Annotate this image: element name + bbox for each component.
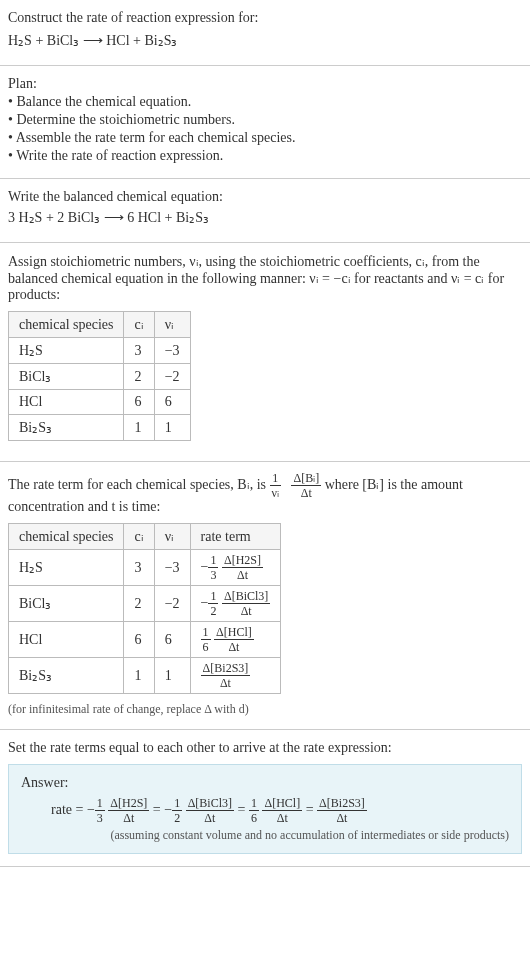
table-row: BiCl₃2−2 (9, 364, 191, 390)
cell-species: Bi₂S₃ (9, 658, 124, 694)
answer-note: (assuming constant volume and no accumul… (21, 828, 509, 843)
cell-vi: 6 (154, 622, 190, 658)
frac-num: 1 (270, 472, 281, 486)
table-row: HCl 6 6 16 Δ[HCl]Δt (9, 622, 281, 658)
cell-species: Bi₂S₃ (9, 415, 124, 441)
frac-den: Δt (108, 811, 149, 824)
table-header-row: chemical species cᵢ νᵢ (9, 312, 191, 338)
stoich-section: Assign stoichiometric numbers, νᵢ, using… (0, 243, 530, 462)
col-rate: rate term (190, 524, 281, 550)
frac-num: 1 (249, 797, 259, 811)
cell-vi: −3 (154, 338, 190, 364)
term-prefix: − (87, 802, 95, 817)
table-row: Bi₂S₃ 1 1 Δ[Bi2S3]Δt (9, 658, 281, 694)
frac-num: 1 (208, 554, 218, 568)
rateterm-footnote: (for infinitesimal rate of change, repla… (8, 702, 522, 717)
col-species: chemical species (9, 312, 124, 338)
intro-pre: The rate term for each chemical species,… (8, 477, 270, 492)
col-species: chemical species (9, 524, 124, 550)
frac-num: Δ[HCl] (214, 626, 254, 640)
stoich-table: chemical species cᵢ νᵢ H₂S3−3 BiCl₃2−2 H… (8, 311, 191, 441)
term-sep: = (302, 802, 317, 817)
frac-den: 2 (208, 604, 218, 617)
cell-species: HCl (9, 622, 124, 658)
cell-ci: 2 (124, 364, 154, 390)
frac-num: Δ[HCl] (262, 797, 302, 811)
rate-frac: Δ[Bi2S3]Δt (201, 662, 251, 689)
frac-num: 1 (172, 797, 182, 811)
plan-item: • Write the rate of reaction expression. (8, 148, 522, 164)
frac-den: νᵢ (270, 486, 281, 499)
term-frac: Δ[H2S]Δt (108, 797, 149, 824)
plan-title: Plan: (8, 76, 522, 92)
term-coef: 16 (249, 797, 259, 824)
cell-vi: 1 (154, 415, 190, 441)
frac-num: Δ[BiCl3] (222, 590, 270, 604)
cell-ci: 3 (124, 550, 154, 586)
stoich-intro: Assign stoichiometric numbers, νᵢ, using… (8, 253, 522, 303)
final-section: Set the rate terms equal to each other t… (0, 730, 530, 867)
answer-box: Answer: rate = −13 Δ[H2S]Δt = −12 Δ[BiCl… (8, 764, 522, 854)
rate-coef: 12 (208, 590, 218, 617)
rate-coef: 16 (201, 626, 211, 653)
frac-num: 1 (95, 797, 105, 811)
term-frac: Δ[HCl]Δt (262, 797, 302, 824)
cell-rate: −12 Δ[BiCl3]Δt (190, 586, 281, 622)
cell-ci: 2 (124, 586, 154, 622)
rate-prefix: − (201, 595, 209, 610)
question-section: Construct the rate of reaction expressio… (0, 0, 530, 66)
col-ci: cᵢ (124, 524, 154, 550)
rate-prefix: − (201, 559, 209, 574)
frac-den: 2 (172, 811, 182, 824)
col-vi: νᵢ (154, 312, 190, 338)
term-coef: 12 (172, 797, 182, 824)
term-sep: = (149, 802, 164, 817)
table-header-row: chemical species cᵢ νᵢ rate term (9, 524, 281, 550)
cell-species: BiCl₃ (9, 364, 124, 390)
cell-vi: 1 (154, 658, 190, 694)
cell-rate: −13 Δ[H2S]Δt (190, 550, 281, 586)
rate-coef: 13 (208, 554, 218, 581)
frac-den: 6 (249, 811, 259, 824)
frac-dBi-dt: Δ[Bᵢ]Δt (291, 472, 321, 499)
frac-den: Δt (201, 676, 251, 689)
cell-rate: Δ[Bi2S3]Δt (190, 658, 281, 694)
rate-frac: Δ[HCl]Δt (214, 626, 254, 653)
balanced-title: Write the balanced chemical equation: (8, 189, 522, 205)
cell-vi: −2 (154, 586, 190, 622)
term-coef: 13 (95, 797, 105, 824)
cell-ci: 6 (124, 622, 154, 658)
frac-num: Δ[Bi2S3] (201, 662, 251, 676)
frac-den: Δt (222, 568, 263, 581)
col-ci: cᵢ (124, 312, 154, 338)
frac-num: Δ[BiCl3] (186, 797, 234, 811)
frac-den: Δt (291, 486, 321, 499)
answer-label: Answer: (21, 775, 509, 791)
final-intro: Set the rate terms equal to each other t… (8, 740, 522, 756)
rate-label: rate = (51, 802, 87, 817)
cell-ci: 1 (124, 658, 154, 694)
frac-num: Δ[Bᵢ] (291, 472, 321, 486)
cell-vi: −3 (154, 550, 190, 586)
cell-vi: −2 (154, 364, 190, 390)
rate-frac: Δ[BiCl3]Δt (222, 590, 270, 617)
rate-expression: rate = −13 Δ[H2S]Δt = −12 Δ[BiCl3]Δt = 1… (51, 797, 509, 824)
cell-species: H₂S (9, 550, 124, 586)
plan-item: • Assemble the rate term for each chemic… (8, 130, 522, 146)
rateterm-intro: The rate term for each chemical species,… (8, 472, 522, 515)
balanced-equation: 3 H₂S + 2 BiCl₃ ⟶ 6 HCl + Bi₂S₃ (8, 209, 522, 226)
frac-den: 6 (201, 640, 211, 653)
rateterm-section: The rate term for each chemical species,… (0, 462, 530, 730)
frac-den: Δt (186, 811, 234, 824)
frac-num: 1 (201, 626, 211, 640)
frac-den: 3 (95, 811, 105, 824)
term-prefix: − (164, 802, 172, 817)
term-frac: Δ[Bi2S3]Δt (317, 797, 367, 824)
balanced-section: Write the balanced chemical equation: 3 … (0, 179, 530, 243)
plan-item: • Determine the stoichiometric numbers. (8, 112, 522, 128)
cell-species: H₂S (9, 338, 124, 364)
frac-num: Δ[Bi2S3] (317, 797, 367, 811)
table-row: H₂S3−3 (9, 338, 191, 364)
cell-ci: 3 (124, 338, 154, 364)
frac-den: Δt (222, 604, 270, 617)
